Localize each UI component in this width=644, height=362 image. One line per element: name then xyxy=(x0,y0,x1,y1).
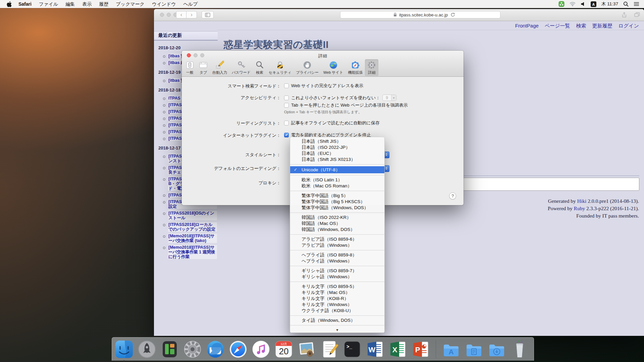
apple-menu-icon[interactable] xyxy=(5,1,16,7)
power-saver-checkbox[interactable] xyxy=(284,133,289,137)
encoding-option[interactable]: 韓国語（ISO 2022-KR） xyxy=(290,215,384,221)
prefs-tab-パスワード[interactable]: パスワード xyxy=(229,59,253,76)
encoding-option[interactable]: ギリシャ語（ISO 8859-7） xyxy=(290,268,384,274)
menu-3[interactable]: 表示 xyxy=(78,1,95,7)
full-address-checkbox[interactable] xyxy=(284,83,289,88)
prefs-tab-自動入力[interactable]: 自動入力 xyxy=(210,59,229,76)
prefs-tab-Web サイト[interactable]: Web サイト xyxy=(321,59,345,76)
sidebar-page-link[interactable]: [ITPASS2018]OSのインストール xyxy=(168,211,217,220)
share-icon[interactable] xyxy=(621,12,627,19)
sidebar-page-link[interactable]: [Memo2018][ITPASS]サーバ交換作業 (tako) xyxy=(168,234,217,243)
footer-link[interactable]: Ruby xyxy=(574,205,585,211)
prefs-tab-一般[interactable]: 一般 xyxy=(183,59,197,76)
spotlight-icon[interactable] xyxy=(623,1,629,7)
window-title-bar[interactable]: ‹ › itpass.scitec.kobe-u.ac.jp xyxy=(154,9,644,21)
dock-trash-icon[interactable] xyxy=(510,340,529,359)
sidebar-toggle-button[interactable] xyxy=(202,11,214,18)
address-bar[interactable]: itpass.scitec.kobe-u.ac.jp xyxy=(340,11,500,18)
dock-downloads-folder-icon[interactable] xyxy=(487,340,506,359)
help-button[interactable]: ? xyxy=(449,192,456,199)
encoding-option[interactable]: キリル文字（ISO 8859-5） xyxy=(290,284,384,290)
dock-finder-icon[interactable] xyxy=(115,340,133,359)
menu-1[interactable]: ファイル xyxy=(35,1,62,7)
encoding-option[interactable]: 日本語（EUC） xyxy=(290,150,384,157)
app-green-icon[interactable] xyxy=(558,1,565,7)
encoding-option[interactable]: ギリシャ語（Windows） xyxy=(290,274,384,280)
encoding-option[interactable]: ウクライナ語（KOI8-U） xyxy=(290,308,384,314)
notification-center-icon[interactable] xyxy=(634,2,639,6)
encoding-option[interactable]: アラビア語（Windows） xyxy=(290,242,384,248)
show-tabs-icon[interactable] xyxy=(634,12,640,19)
prefs-tab-詳細[interactable]: 詳細 xyxy=(365,59,378,76)
dialog-header[interactable]: 詳細 一般×+タブ自動入力パスワード検索セキュリティプライバシーWeb サイト機… xyxy=(182,51,464,77)
min-font-size-checkbox[interactable] xyxy=(284,96,289,100)
forward-button[interactable]: › xyxy=(186,11,197,18)
dock-thunderbird-icon[interactable] xyxy=(206,340,225,359)
encoding-option[interactable]: 韓国語（Windows, DOS） xyxy=(290,227,384,233)
sidebar-page-link[interactable]: [Memo2018][ITPASS]サーバ交換事作業 1 週間後に行う作業 xyxy=(168,245,217,259)
menu-6[interactable]: ウインドウ xyxy=(148,1,180,7)
tab-highlight-checkbox[interactable] xyxy=(284,103,289,108)
dock-safari-icon[interactable] xyxy=(229,340,248,359)
prefs-tab-タブ[interactable]: ×+タブ xyxy=(197,59,210,76)
encoding-option[interactable]: 繁体字中国語（Big 5 HKSCS） xyxy=(290,199,384,205)
encoding-option[interactable]: キリル文字（Mac OS） xyxy=(290,290,384,296)
nav-link[interactable]: ログイン xyxy=(619,23,639,29)
prefs-tab-検索[interactable]: 検索 xyxy=(253,59,266,76)
prefs-tab-プライバシー[interactable]: プライバシー xyxy=(294,59,321,76)
dock-itunes-icon[interactable] xyxy=(252,340,270,359)
menu-5[interactable]: ブックマーク xyxy=(112,1,148,7)
encoding-option[interactable]: 欧米（ISO Latin 1） xyxy=(290,177,384,183)
offline-save-checkbox[interactable] xyxy=(284,121,289,125)
encoding-option[interactable]: ヘブライ語（Windows） xyxy=(290,258,384,264)
encoding-option[interactable]: キリル文字（KOI8-R） xyxy=(290,296,384,302)
dock-applications-folder-icon[interactable]: A xyxy=(442,340,461,359)
encoding-option[interactable]: アラビア語（ISO 8859-6） xyxy=(290,236,384,242)
encoding-option[interactable]: 日本語（Shift JIS） xyxy=(290,138,384,144)
minimize-button[interactable] xyxy=(167,13,171,17)
font-size-select[interactable]: 9 xyxy=(382,95,396,101)
close-button[interactable] xyxy=(160,13,164,17)
encoding-option[interactable]: 日本語（Shift JIS X0213） xyxy=(290,157,384,163)
dock-excel-icon[interactable]: X xyxy=(388,340,407,359)
scroll-down-arrow-icon[interactable]: ▼ xyxy=(290,327,384,333)
nav-link[interactable]: 検索 xyxy=(576,23,586,29)
menu-7[interactable]: ヘルプ xyxy=(180,1,202,7)
dock-terminal-icon[interactable]: >_ xyxy=(343,340,362,359)
reload-icon[interactable] xyxy=(450,12,455,18)
input-source-icon[interactable]: A xyxy=(591,1,596,7)
dock-word-icon[interactable]: W xyxy=(366,340,384,359)
prefs-tab-機能拡張[interactable]: 機能拡張 xyxy=(345,59,365,76)
menu-app-name[interactable]: Safari xyxy=(16,1,35,7)
volume-icon[interactable] xyxy=(581,2,586,6)
nav-link[interactable]: FrontPage xyxy=(515,23,539,29)
encoding-option[interactable]: 欧米（Mac OS Roman） xyxy=(290,183,384,189)
prefs-tab-label: パスワード xyxy=(232,70,251,75)
encoding-option[interactable]: タイ語（Windows, DOS） xyxy=(290,317,384,323)
prefs-tab-セキュリティ[interactable]: セキュリティ xyxy=(266,59,294,76)
encoding-option[interactable]: Unicode（UTF-8） xyxy=(290,166,384,173)
encoding-option[interactable]: キリル文字（Windows） xyxy=(290,302,384,308)
encoding-option[interactable]: 日本語（ISO 2022-JP） xyxy=(290,144,384,150)
dock-system-preferences-icon[interactable] xyxy=(183,340,202,359)
encoding-option[interactable]: 繁体字中国語（Big 5） xyxy=(290,193,384,199)
back-button[interactable]: ‹ xyxy=(176,11,186,18)
dock-textedit-icon[interactable] xyxy=(320,340,339,359)
dock-documents-folder-icon[interactable] xyxy=(465,340,483,359)
dock-launchpad-icon[interactable] xyxy=(138,340,156,359)
wifi-icon[interactable] xyxy=(570,2,576,6)
footer-link[interactable]: Hiki xyxy=(577,198,587,204)
menu-bar-clock[interactable]: 木 11:37 xyxy=(601,1,618,7)
dock-tiles-app-icon[interactable] xyxy=(160,340,179,359)
menu-4[interactable]: 履歴 xyxy=(95,1,112,7)
nav-link[interactable]: ページ一覧 xyxy=(545,23,570,29)
dock-calendar-icon[interactable]: 12月20 xyxy=(274,340,293,359)
sidebar-page-link[interactable]: [ITPASS2018]ローカルでのバックアップの設定 xyxy=(168,222,217,232)
encoding-option[interactable]: 韓国語（Mac OS） xyxy=(290,221,384,227)
encoding-option[interactable]: 繁体字中国語（Windows, DOS） xyxy=(290,205,384,211)
dock-powerpoint-icon[interactable]: P xyxy=(411,340,430,359)
encoding-option[interactable]: ヘブライ語（ISO 8859-8） xyxy=(290,252,384,258)
nav-link[interactable]: 更新履歴 xyxy=(592,23,612,29)
dock-photos-icon[interactable] xyxy=(297,340,316,359)
menu-2[interactable]: 編集 xyxy=(62,1,78,7)
